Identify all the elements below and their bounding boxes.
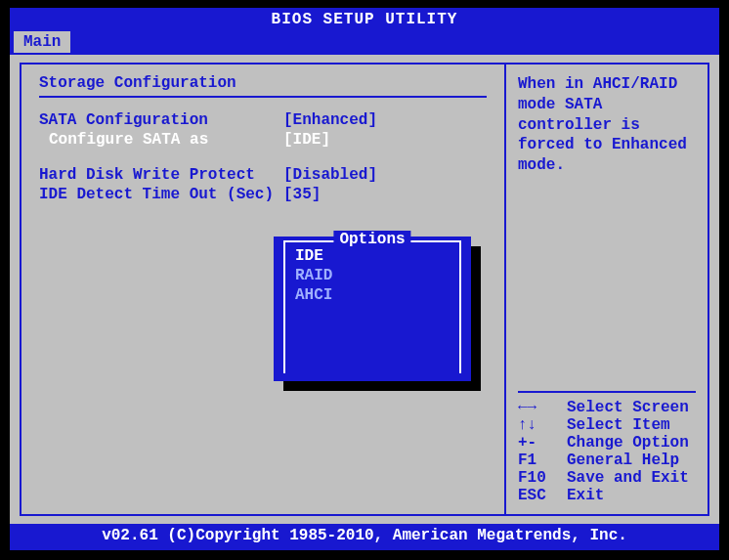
option-ide[interactable]: IDE [295,246,450,266]
spacer [39,151,487,166]
keyhelp-change-option: +- Change Option [518,434,696,452]
keyhelp-desc: Select Item [567,416,696,434]
keyhelp-select-screen: ←→ Select Screen [518,399,696,416]
keyhelp-save-exit: F10 Save and Exit [518,469,696,487]
setting-ide-timeout[interactable]: IDE Detect Time Out (Sec) [35] [39,186,487,203]
setting-sata-configuration[interactable]: SATA Configuration [Enhanced] [39,111,487,129]
keyhelp-desc: Exit [567,487,696,504]
options-popup: Options IDE RAID AHCI [274,237,471,381]
setting-value: [Enhanced] [283,111,487,129]
popup-title: Options [333,231,410,248]
menu-tab-bar: Main [10,31,719,55]
setting-label: Configure SATA as [39,131,283,149]
keyhelp-desc: Change Option [567,434,696,452]
keyhelp-key: F1 [518,452,567,469]
setting-label: Hard Disk Write Protect [39,166,283,184]
keyhelp-key: ←→ [518,399,567,416]
setting-label: IDE Detect Time Out (Sec) [39,186,283,203]
setting-value: [Disabled] [283,166,487,184]
option-ahci[interactable]: AHCI [295,285,450,305]
keyhelp-desc: Save and Exit [567,469,696,487]
keyhelp-key: ESC [518,487,567,504]
keyhelp-key: F10 [518,469,567,487]
keyhelp-desc: General Help [567,452,696,469]
setting-hd-write-protect[interactable]: Hard Disk Write Protect [Disabled] [39,166,487,184]
content-area: Storage Configuration SATA Configuration… [10,55,719,524]
setting-label: SATA Configuration [39,111,283,129]
keyhelp-desc: Select Screen [567,399,696,416]
keyhelp-exit: ESC Exit [518,487,696,504]
settings-panel: Storage Configuration SATA Configuration… [20,63,506,516]
divider [39,96,487,98]
help-panel: When in AHCI/RAID mode SATA controller i… [504,63,709,516]
keyhelp-key: ↑↓ [518,416,567,434]
setting-configure-sata-as[interactable]: Configure SATA as [IDE] [39,131,487,149]
key-help-block: ←→ Select Screen ↑↓ Select Item +- Chang… [518,385,696,504]
setting-value: [IDE] [283,131,487,149]
footer-copyright: v02.61 (C)Copyright 1985-2010, American … [10,524,719,550]
help-text: When in AHCI/RAID mode SATA controller i… [518,74,696,176]
keyhelp-general-help: F1 General Help [518,452,696,469]
setting-value: [35] [283,186,487,203]
divider [518,391,696,393]
keyhelp-key: +- [518,434,567,452]
keyhelp-select-item: ↑↓ Select Item [518,416,696,434]
tab-main[interactable]: Main [14,31,70,53]
option-raid[interactable]: RAID [295,266,450,285]
section-title: Storage Configuration [39,74,487,92]
bios-title: BIOS SETUP UTILITY [10,8,719,31]
